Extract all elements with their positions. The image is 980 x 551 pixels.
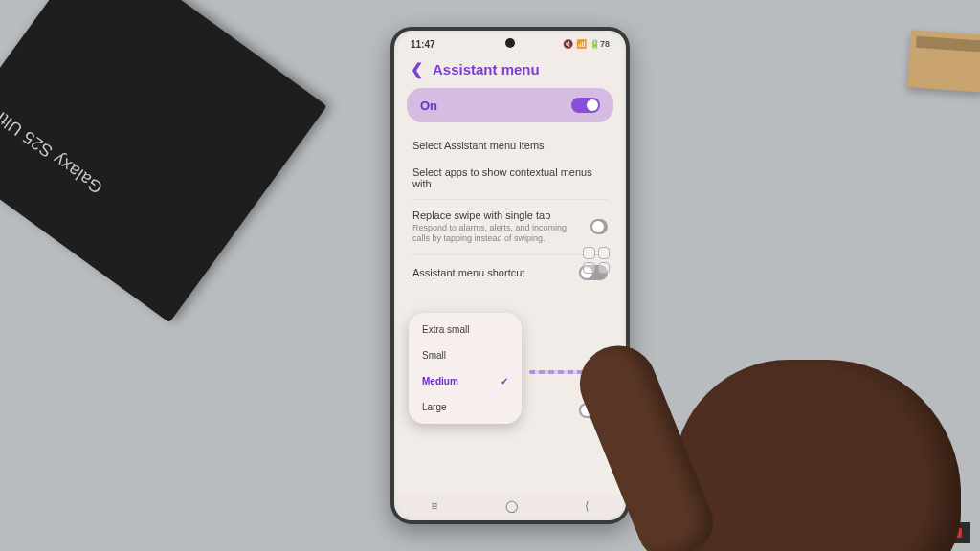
wooden-prop bbox=[907, 30, 980, 92]
master-toggle-switch[interactable] bbox=[571, 98, 600, 113]
item-label: Select apps to show contextual menus wit… bbox=[412, 166, 608, 189]
option-label: Large bbox=[422, 402, 447, 412]
floating-assistant-icon[interactable] bbox=[583, 247, 610, 274]
page-header: ❮ Assistant menu bbox=[397, 55, 623, 88]
item-sublabel: Respond to alarms, alerts, and incoming … bbox=[412, 223, 585, 245]
size-slider[interactable] bbox=[529, 370, 585, 374]
battery-icon: 🔋78 bbox=[590, 39, 610, 49]
home-button[interactable]: ◯ bbox=[505, 499, 518, 513]
phone-screen: 11:47 🔇 📶 🔋78 ❮ Assistant menu On Select… bbox=[397, 33, 623, 518]
mute-icon: 🔇 bbox=[563, 39, 573, 49]
dropdown-option-medium[interactable]: Medium ✓ bbox=[409, 368, 522, 394]
channel-watermark bbox=[940, 522, 970, 543]
dropdown-option-extra-small[interactable]: Extra small bbox=[409, 317, 522, 342]
option-label: Extra small bbox=[422, 324, 469, 335]
option-label: Small bbox=[422, 350, 446, 361]
item-replace-swipe[interactable]: Replace swipe with single tap Respond to… bbox=[412, 202, 608, 253]
page-title: Assistant menu bbox=[433, 61, 540, 77]
back-icon[interactable]: ❮ bbox=[411, 60, 423, 78]
divider bbox=[412, 199, 608, 200]
divider bbox=[412, 254, 608, 255]
item-select-menu-items[interactable]: Select Assistant menu items bbox=[412, 132, 608, 159]
cursor-size-dropdown: Extra small Small Medium ✓ Large bbox=[409, 313, 522, 424]
item-label: Assistant menu shortcut bbox=[412, 267, 524, 278]
status-time: 11:47 bbox=[411, 39, 435, 50]
recents-button[interactable]: ≡ bbox=[431, 499, 437, 513]
product-box-label: Galaxy S25 Ultra bbox=[0, 100, 107, 198]
status-icons: 🔇 📶 🔋78 bbox=[563, 39, 610, 49]
option-label: Medium bbox=[422, 376, 458, 386]
item-shortcut[interactable]: Assistant menu shortcut bbox=[412, 257, 608, 288]
product-box-prop: Galaxy S25 Ultra bbox=[0, 0, 327, 322]
item-label: Replace swipe with single tap bbox=[412, 209, 585, 221]
dropdown-option-large[interactable]: Large bbox=[409, 394, 522, 420]
phone-frame: 11:47 🔇 📶 🔋78 ❮ Assistant menu On Select… bbox=[390, 27, 630, 524]
item-select-contextual-apps[interactable]: Select apps to show contextual menus wit… bbox=[412, 159, 608, 197]
master-toggle-label: On bbox=[420, 99, 437, 113]
master-toggle-tile[interactable]: On bbox=[407, 88, 613, 122]
front-camera bbox=[505, 38, 515, 48]
show-edge-switch[interactable] bbox=[579, 403, 608, 418]
dropdown-option-small[interactable]: Small bbox=[409, 342, 522, 368]
item-label: Select Assistant menu items bbox=[412, 140, 608, 151]
replace-swipe-switch[interactable] bbox=[590, 219, 608, 234]
check-icon: ✓ bbox=[501, 376, 508, 386]
back-button[interactable]: ⟨ bbox=[585, 499, 590, 513]
wifi-icon: 📶 bbox=[576, 39, 587, 49]
increase-icon[interactable]: + bbox=[592, 364, 600, 379]
android-nav-bar: ≡ ◯ ⟨ bbox=[397, 495, 623, 518]
